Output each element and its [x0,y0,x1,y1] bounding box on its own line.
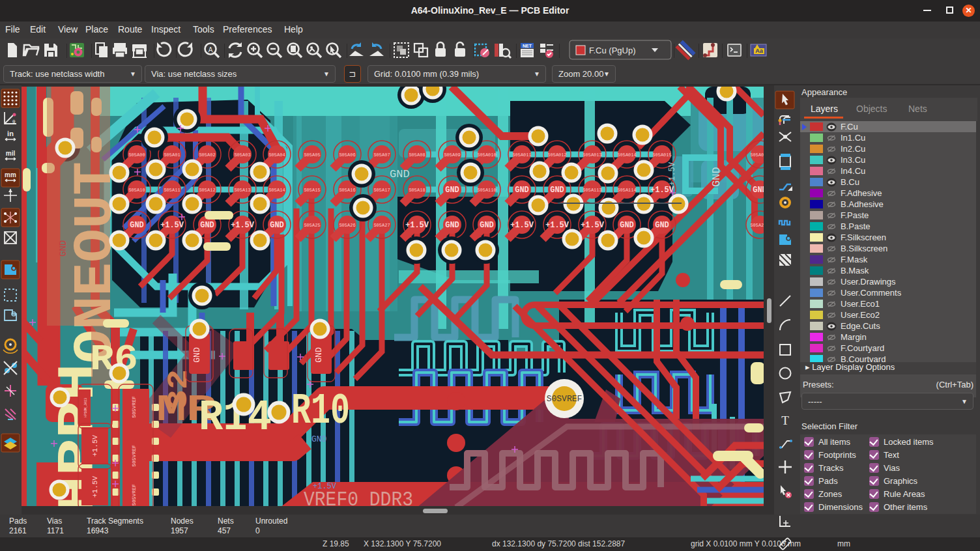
svg-text:S05A013: S05A013 [583,152,601,158]
svg-text:+1.5V: +1.5V [231,221,255,230]
svg-text:F.Cu (PgUp): F.Cu (PgUp) [589,46,636,55]
svg-text:in: in [7,130,14,137]
svg-text:GND: GND [710,167,723,187]
svg-text:GND: GND [445,186,459,195]
svg-text:GND: GND [620,221,634,230]
svg-text:S05A11: S05A11 [164,188,180,193]
svg-text:R10: R10 [291,387,350,436]
svg-text:S05A114: S05A114 [617,188,636,193]
svg-text:+1.5V: +1.5V [91,435,99,457]
svg-text:S05A03: S05A03 [234,152,250,158]
svg-text:+1.5V: +1.5V [405,221,429,230]
svg-text:S05A00: S05A00 [128,152,145,158]
svg-text:GND: GND [655,221,669,230]
svg-text:Aa: Aa [755,48,763,54]
svg-text:S05A216: S05A216 [750,223,764,228]
svg-text:S05A010: S05A010 [477,152,496,158]
svg-text:S05A18: S05A18 [409,188,425,193]
svg-text:GND: GND [550,186,564,195]
svg-text:S05A014: S05A014 [617,152,636,158]
svg-text:NET: NET [523,44,532,48]
svg-text:S05A012: S05A012 [547,152,566,158]
svg-text:S05A16: S05A16 [339,188,355,193]
svg-text:GND: GND [390,168,410,180]
svg-text:S05A06: S05A06 [339,152,355,158]
svg-text:+1.5V: +1.5V [545,221,569,230]
svg-text:mm: mm [5,171,16,178]
svg-text:S05A08: S05A08 [409,152,425,158]
svg-text:S05A14: S05A14 [268,188,285,193]
svg-text:S05A17: S05A17 [373,188,390,193]
svg-text:GND: GND [200,221,214,230]
svg-text:S0SVREF: S0SVREF [547,394,583,404]
svg-text:S05VREF: S05VREF [131,484,137,506]
svg-text:GND: GND [515,186,529,195]
svg-text:S05A113: S05A113 [583,188,601,193]
svg-text:GND: GND [130,221,144,230]
svg-text:S05A10: S05A10 [128,188,145,193]
svg-text:S05A011: S05A011 [512,152,531,158]
svg-text:HP10M_JA13: HP10M_JA13 [84,398,88,417]
svg-text:GND: GND [445,221,459,230]
svg-text:S05A09: S05A09 [444,152,460,158]
svg-text:S05A07: S05A07 [373,152,390,158]
svg-text:mil: mil [6,150,16,157]
svg-text:S05A12: S05A12 [199,188,215,193]
svg-text:GND: GND [314,347,324,363]
svg-text:S05A25: S05A25 [304,223,320,228]
svg-text:S05A110: S05A110 [477,188,496,193]
svg-text:+1.5V: +1.5V [160,221,184,230]
svg-text:GND: GND [480,221,494,230]
svg-text:+1.5V: +1.5V [91,476,99,498]
svg-text:S05A015: S05A015 [652,152,671,158]
svg-text:S05VREF: S05VREF [131,396,137,418]
svg-text:A: A [209,46,213,53]
svg-text:+1.5V: +1.5V [313,482,337,491]
svg-text:S05VREF: S05VREF [131,445,137,467]
svg-text:+1.5V: +1.5V [510,221,534,230]
svg-text:+1.5V: +1.5V [650,186,674,195]
svg-text:S05A13: S05A13 [234,188,250,193]
svg-text:S05A01: S05A01 [164,152,180,158]
svg-text:S05A26: S05A26 [339,223,355,228]
svg-text:GND: GND [58,240,68,257]
svg-text:+1.5V: +1.5V [581,221,605,230]
svg-text:GND: GND [753,186,764,195]
svg-text:S05A04: S05A04 [268,152,285,158]
svg-text:GND: GND [270,221,284,230]
svg-text:θ: θ [12,119,16,124]
svg-text:T: T [781,414,789,427]
svg-text:S05A016: S05A016 [750,152,764,158]
svg-text:+1.5V: +1.5V [668,162,677,186]
svg-text:GND: GND [192,347,202,363]
svg-text:S05A05: S05A05 [304,152,320,158]
svg-text:S05A02: S05A02 [199,152,215,158]
svg-text:S05A15: S05A15 [304,188,320,193]
svg-text:S05A27: S05A27 [373,223,390,228]
svg-text:GND: GND [311,434,327,444]
svg-text:VREF0 DDR3: VREF0 DDR3 [304,488,413,507]
